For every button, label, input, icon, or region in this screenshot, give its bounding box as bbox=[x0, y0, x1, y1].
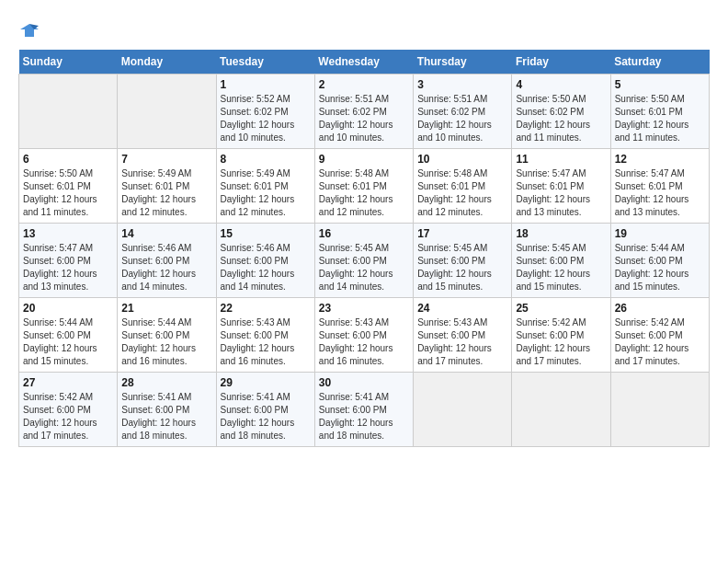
day-content: Sunrise: 5:41 AM Sunset: 6:00 PM Dayligh… bbox=[319, 391, 409, 442]
day-number: 2 bbox=[319, 78, 409, 91]
calendar-cell: 30Sunrise: 5:41 AM Sunset: 6:00 PM Dayli… bbox=[314, 373, 413, 447]
calendar-cell bbox=[118, 75, 216, 149]
day-number: 29 bbox=[221, 376, 311, 389]
day-content: Sunrise: 5:48 AM Sunset: 6:01 PM Dayligh… bbox=[417, 167, 507, 219]
day-content: Sunrise: 5:49 AM Sunset: 6:01 PM Dayligh… bbox=[221, 167, 311, 219]
calendar-cell: 13Sunrise: 5:47 AM Sunset: 6:00 PM Dayli… bbox=[19, 224, 118, 298]
calendar-cell: 7Sunrise: 5:49 AM Sunset: 6:01 PM Daylig… bbox=[118, 149, 216, 224]
day-number: 22 bbox=[221, 302, 311, 315]
calendar-cell: 14Sunrise: 5:46 AM Sunset: 6:00 PM Dayli… bbox=[118, 224, 216, 298]
day-content: Sunrise: 5:47 AM Sunset: 6:01 PM Dayligh… bbox=[615, 167, 705, 219]
calendar-cell: 10Sunrise: 5:48 AM Sunset: 6:01 PM Dayli… bbox=[414, 149, 512, 224]
day-content: Sunrise: 5:43 AM Sunset: 6:00 PM Dayligh… bbox=[221, 316, 311, 368]
day-content: Sunrise: 5:41 AM Sunset: 6:00 PM Dayligh… bbox=[121, 391, 211, 442]
day-number: 6 bbox=[23, 153, 113, 166]
day-content: Sunrise: 5:46 AM Sunset: 6:00 PM Dayligh… bbox=[121, 242, 211, 293]
day-number: 21 bbox=[121, 302, 211, 315]
day-number: 8 bbox=[221, 153, 311, 166]
day-number: 20 bbox=[23, 302, 113, 315]
calendar-cell: 4Sunrise: 5:50 AM Sunset: 6:02 PM Daylig… bbox=[512, 75, 610, 149]
day-content: Sunrise: 5:50 AM Sunset: 6:02 PM Dayligh… bbox=[516, 93, 606, 144]
calendar-week-4: 20Sunrise: 5:44 AM Sunset: 6:00 PM Dayli… bbox=[19, 298, 710, 373]
calendar-table: SundayMondayTuesdayWednesdayThursdayFrid… bbox=[18, 50, 710, 447]
day-number: 16 bbox=[319, 227, 409, 240]
day-number: 23 bbox=[319, 302, 409, 315]
day-number: 5 bbox=[615, 78, 705, 91]
day-content: Sunrise: 5:45 AM Sunset: 6:00 PM Dayligh… bbox=[417, 242, 507, 293]
day-number: 1 bbox=[221, 78, 311, 91]
day-number: 9 bbox=[319, 153, 409, 166]
day-number: 19 bbox=[615, 227, 705, 240]
weekday-header-sunday: Sunday bbox=[19, 50, 118, 75]
calendar-cell: 18Sunrise: 5:45 AM Sunset: 6:00 PM Dayli… bbox=[512, 224, 610, 298]
day-number: 25 bbox=[516, 302, 606, 315]
calendar-cell: 20Sunrise: 5:44 AM Sunset: 6:00 PM Dayli… bbox=[19, 298, 118, 373]
day-content: Sunrise: 5:44 AM Sunset: 6:00 PM Dayligh… bbox=[23, 316, 113, 368]
day-content: Sunrise: 5:49 AM Sunset: 6:01 PM Dayligh… bbox=[121, 167, 211, 219]
calendar-cell: 26Sunrise: 5:42 AM Sunset: 6:00 PM Dayli… bbox=[610, 298, 709, 373]
day-number: 18 bbox=[516, 227, 606, 240]
weekday-header-monday: Monday bbox=[118, 50, 216, 75]
day-number: 12 bbox=[615, 153, 705, 166]
day-content: Sunrise: 5:51 AM Sunset: 6:02 PM Dayligh… bbox=[319, 93, 409, 144]
calendar-cell bbox=[610, 373, 709, 447]
day-content: Sunrise: 5:43 AM Sunset: 6:00 PM Dayligh… bbox=[417, 316, 507, 368]
day-content: Sunrise: 5:41 AM Sunset: 6:00 PM Dayligh… bbox=[221, 391, 311, 442]
logo bbox=[18, 18, 39, 40]
day-number: 11 bbox=[516, 153, 606, 166]
day-number: 4 bbox=[516, 78, 606, 91]
day-content: Sunrise: 5:48 AM Sunset: 6:01 PM Dayligh… bbox=[319, 167, 409, 219]
calendar-cell: 21Sunrise: 5:44 AM Sunset: 6:00 PM Dayli… bbox=[118, 298, 216, 373]
calendar-cell: 9Sunrise: 5:48 AM Sunset: 6:01 PM Daylig… bbox=[314, 149, 413, 224]
bird-icon bbox=[20, 22, 39, 39]
calendar-cell: 5Sunrise: 5:50 AM Sunset: 6:01 PM Daylig… bbox=[610, 75, 709, 149]
calendar-cell: 3Sunrise: 5:51 AM Sunset: 6:02 PM Daylig… bbox=[414, 75, 512, 149]
day-content: Sunrise: 5:50 AM Sunset: 6:01 PM Dayligh… bbox=[615, 93, 705, 144]
calendar-cell: 15Sunrise: 5:46 AM Sunset: 6:00 PM Dayli… bbox=[216, 224, 314, 298]
calendar-week-2: 6Sunrise: 5:50 AM Sunset: 6:01 PM Daylig… bbox=[19, 149, 710, 224]
calendar-cell: 24Sunrise: 5:43 AM Sunset: 6:00 PM Dayli… bbox=[414, 298, 512, 373]
day-number: 27 bbox=[23, 376, 113, 389]
calendar-cell: 8Sunrise: 5:49 AM Sunset: 6:01 PM Daylig… bbox=[216, 149, 314, 224]
calendar-week-3: 13Sunrise: 5:47 AM Sunset: 6:00 PM Dayli… bbox=[19, 224, 710, 298]
day-number: 3 bbox=[417, 78, 507, 91]
day-number: 10 bbox=[417, 153, 507, 166]
calendar-cell: 28Sunrise: 5:41 AM Sunset: 6:00 PM Dayli… bbox=[118, 373, 216, 447]
weekday-header-friday: Friday bbox=[512, 50, 610, 75]
day-number: 17 bbox=[417, 227, 507, 240]
day-content: Sunrise: 5:45 AM Sunset: 6:00 PM Dayligh… bbox=[516, 242, 606, 293]
day-content: Sunrise: 5:51 AM Sunset: 6:02 PM Dayligh… bbox=[417, 93, 507, 144]
calendar-cell: 29Sunrise: 5:41 AM Sunset: 6:00 PM Dayli… bbox=[216, 373, 314, 447]
calendar-cell: 6Sunrise: 5:50 AM Sunset: 6:01 PM Daylig… bbox=[19, 149, 118, 224]
calendar-cell: 1Sunrise: 5:52 AM Sunset: 6:02 PM Daylig… bbox=[216, 75, 314, 149]
calendar-cell: 22Sunrise: 5:43 AM Sunset: 6:00 PM Dayli… bbox=[216, 298, 314, 373]
day-content: Sunrise: 5:50 AM Sunset: 6:01 PM Dayligh… bbox=[23, 167, 113, 219]
calendar-week-5: 27Sunrise: 5:42 AM Sunset: 6:00 PM Dayli… bbox=[19, 373, 710, 447]
weekday-header-thursday: Thursday bbox=[414, 50, 512, 75]
calendar-cell: 27Sunrise: 5:42 AM Sunset: 6:00 PM Dayli… bbox=[19, 373, 118, 447]
calendar-cell: 12Sunrise: 5:47 AM Sunset: 6:01 PM Dayli… bbox=[610, 149, 709, 224]
day-content: Sunrise: 5:44 AM Sunset: 6:00 PM Dayligh… bbox=[615, 242, 705, 293]
page-header bbox=[18, 18, 710, 40]
day-content: Sunrise: 5:42 AM Sunset: 6:00 PM Dayligh… bbox=[23, 391, 113, 442]
calendar-cell: 2Sunrise: 5:51 AM Sunset: 6:02 PM Daylig… bbox=[314, 75, 413, 149]
calendar-cell: 23Sunrise: 5:43 AM Sunset: 6:00 PM Dayli… bbox=[314, 298, 413, 373]
calendar-cell bbox=[414, 373, 512, 447]
day-number: 26 bbox=[615, 302, 705, 315]
weekday-header-wednesday: Wednesday bbox=[314, 50, 413, 75]
weekday-header-tuesday: Tuesday bbox=[216, 50, 314, 75]
calendar-cell bbox=[512, 373, 610, 447]
calendar-cell: 19Sunrise: 5:44 AM Sunset: 6:00 PM Dayli… bbox=[610, 224, 709, 298]
calendar-cell: 25Sunrise: 5:42 AM Sunset: 6:00 PM Dayli… bbox=[512, 298, 610, 373]
logo-text bbox=[18, 18, 39, 40]
day-number: 14 bbox=[121, 227, 211, 240]
day-number: 7 bbox=[121, 153, 211, 166]
day-content: Sunrise: 5:43 AM Sunset: 6:00 PM Dayligh… bbox=[319, 316, 409, 368]
day-content: Sunrise: 5:52 AM Sunset: 6:02 PM Dayligh… bbox=[221, 93, 311, 144]
calendar-week-1: 1Sunrise: 5:52 AM Sunset: 6:02 PM Daylig… bbox=[19, 75, 710, 149]
calendar-cell bbox=[19, 75, 118, 149]
day-content: Sunrise: 5:46 AM Sunset: 6:00 PM Dayligh… bbox=[221, 242, 311, 293]
calendar-cell: 17Sunrise: 5:45 AM Sunset: 6:00 PM Dayli… bbox=[414, 224, 512, 298]
day-content: Sunrise: 5:47 AM Sunset: 6:00 PM Dayligh… bbox=[23, 242, 113, 293]
day-number: 13 bbox=[23, 227, 113, 240]
